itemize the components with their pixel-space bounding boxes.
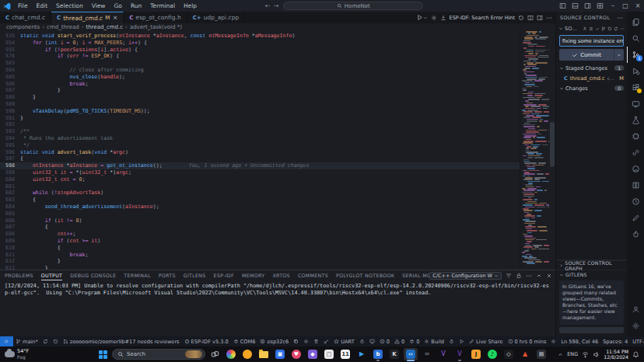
output-channel-dropdown[interactable]: C/C++ Configuration W [429, 272, 502, 280]
status-flash[interactable] [357, 336, 367, 346]
layout-panel-icon[interactable] [569, 0, 582, 12]
code-line[interactable]: 603 { [0, 197, 520, 204]
menu-terminal[interactable]: Terminal [146, 2, 179, 10]
weather-widget[interactable]: 54°F Fog [0, 349, 29, 360]
status-pull-request[interactable]: zooooomie/zoomerlib#17 needs reviewers [61, 336, 182, 346]
activity-extensions-icon[interactable] [627, 79, 644, 96]
code-line[interactable]: 605 [0, 211, 520, 218]
maximize-button[interactable]: □ [619, 0, 632, 12]
panel-tab-xrtos[interactable]: XRTOS [272, 271, 290, 280]
panel-tab-comments[interactable]: COMMENTS [298, 271, 328, 280]
taskbar-app-mail-app[interactable]: ▤ [534, 348, 548, 360]
activity-run-debug-icon[interactable] [627, 63, 644, 79]
minimize-button[interactable]: – [607, 0, 619, 12]
run-button[interactable] [416, 14, 428, 21]
status-monitor[interactable] [367, 336, 377, 346]
tab-udp_api.cpp[interactable]: C+udp_api.cpp [187, 12, 246, 23]
code-line[interactable]: 594 * Runs the advertisement task [0, 135, 520, 142]
code-line[interactable]: 586 break; [0, 81, 520, 88]
status-device-target[interactable]: esp32c6 [257, 336, 291, 346]
code-line[interactable]: 613 } [0, 265, 520, 270]
code-line[interactable]: 554 for (int i = 0; i < MAX_PEERS; i++) … [0, 40, 520, 47]
taskbar-app-heart-app[interactable]: ♥ [289, 348, 303, 360]
breadcrumb-item[interactable]: thread_cmd.c [86, 24, 123, 30]
panel-tab-memory[interactable]: MEMORY [242, 271, 264, 280]
breadcrumb[interactable]: components›cmd_thread›thread_cmd.c›adver… [0, 23, 555, 31]
split-editor-icon[interactable] [527, 14, 534, 21]
code-line[interactable]: 597{ [0, 155, 520, 162]
source-control-graph-section[interactable]: SOURCE CONTROL GRAPH [556, 260, 627, 270]
notification-bell-icon[interactable] [632, 351, 639, 358]
output-filter-icon[interactable] [506, 272, 512, 279]
code-line[interactable]: 535static void start_verif_process(otIns… [0, 33, 520, 40]
code-line[interactable]: 595 */ [0, 142, 520, 149]
status-encoding[interactable]: UTF-8 [630, 336, 644, 346]
status-espidf-version[interactable]: ESP-IDF v5.3.0 [182, 336, 231, 346]
open-changes-icon[interactable] [537, 14, 543, 21]
layout-secondary-sidebar-icon[interactable] [582, 0, 594, 12]
activity-explorer-icon[interactable] [627, 14, 644, 30]
status-time-tracker[interactable]: 0 hrs 0 mins [506, 336, 549, 346]
panel-tab-terminal[interactable]: TERMINAL [124, 271, 150, 280]
status-flash2[interactable] [446, 336, 457, 346]
gitlens-walkthrough-button[interactable] [559, 327, 624, 333]
taskbar-app-task-view[interactable] [208, 348, 222, 360]
panel-tab-ports[interactable]: PORTS [159, 271, 176, 280]
timeline-icon[interactable] [518, 14, 524, 21]
activity-docker-icon[interactable] [627, 226, 644, 242]
start-button[interactable] [96, 348, 110, 360]
code-line-current[interactable]: 598 otInstance *aInstance = get_ot_insta… [0, 162, 520, 169]
activity-source-control-icon[interactable]: 1 [627, 47, 644, 63]
code-line[interactable]: 583 [0, 60, 520, 67]
status-errors[interactable]: 0 [377, 336, 392, 346]
taskbar-app-vscode[interactable]: ‹› [404, 348, 418, 360]
activity-settings-icon[interactable] [627, 318, 644, 334]
panel-more-icon[interactable] [526, 272, 532, 279]
code-line[interactable]: 585 nvs_close(handle); [0, 74, 520, 81]
repository-row[interactable]: SO… [556, 23, 627, 33]
code-line[interactable]: 592 [0, 121, 520, 128]
wifi-icon[interactable] [582, 351, 589, 358]
code-line[interactable]: 589 [0, 101, 520, 108]
status-gear[interactable] [301, 336, 311, 346]
taskbar-app-audacity[interactable]: ≈ [420, 348, 434, 360]
commit-check-icon[interactable] [595, 26, 600, 32]
tab-thread_cmd.c[interactable]: Cthread_cmd.cM× [51, 12, 124, 23]
code-line[interactable]: 607 { [0, 224, 520, 231]
code-line[interactable]: 591} [0, 115, 520, 122]
taskbar-app-spotify[interactable]: ♪ [485, 348, 499, 360]
taskbar-app-blender[interactable]: b [371, 348, 385, 360]
staged-file-row[interactable]: C thread_cmd.c compone… M [556, 73, 627, 83]
status-port-count[interactable]: 0 [407, 336, 422, 346]
panel-tab-output[interactable]: OUTPUT [41, 271, 62, 280]
code-line[interactable]: 609 if (cnt >= it) [0, 238, 520, 245]
taskbar-app-loop-app[interactable] [240, 348, 254, 360]
activity-remote-explorer-icon[interactable] [627, 96, 644, 112]
code-line[interactable]: 584 // close after commiting [0, 67, 520, 74]
breadcrumb-item[interactable]: components [6, 24, 40, 30]
status-sync[interactable] [40, 336, 51, 346]
sidebar-more-icon[interactable] [617, 14, 623, 20]
status-cursor-position[interactable]: Ln 598, Col 46 [558, 336, 600, 346]
code-line[interactable]: 578 if (err != ESP_OK) { [0, 53, 520, 60]
taskbar-app-j-app[interactable]: J [469, 348, 483, 360]
volume-icon[interactable] [593, 351, 600, 358]
gear-icon[interactable] [431, 14, 437, 21]
panel-maximize-icon[interactable] [536, 272, 542, 279]
status-uart[interactable]: UART [331, 336, 356, 346]
activity-clock-icon[interactable] [627, 193, 644, 210]
status-copy[interactable] [291, 336, 301, 346]
minimap[interactable] [520, 31, 549, 270]
activity-live-share-icon[interactable] [627, 210, 644, 226]
history-icon[interactable] [607, 26, 612, 32]
commit-dropdown[interactable] [614, 49, 624, 61]
esp-idf-search-error-hint-button[interactable]: ESP-IDF: Search Error Hint [450, 15, 515, 21]
panel-tab-esp-idf[interactable]: ESP-IDF [214, 271, 234, 280]
language-indicator[interactable]: ENG [567, 351, 578, 357]
code-line[interactable]: 602 while (!stopAdvertTask) [0, 190, 520, 197]
layout-sidebar-icon[interactable] [557, 0, 569, 12]
code-line[interactable]: 588 } [0, 94, 520, 101]
code-line[interactable]: 587 } [0, 87, 520, 94]
panel-tab-debug-console[interactable]: DEBUG CONSOLE [70, 271, 116, 280]
commit-button[interactable]: Commit [559, 49, 624, 61]
